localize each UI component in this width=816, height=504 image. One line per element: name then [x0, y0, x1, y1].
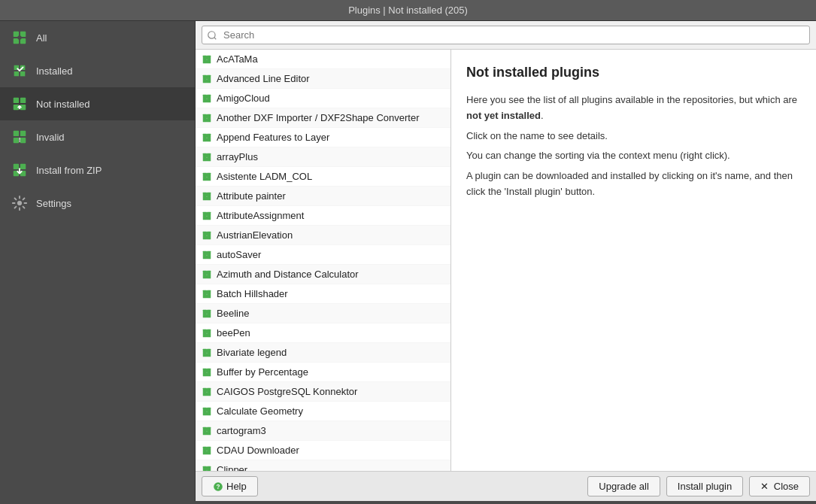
svg-rect-84: [207, 368, 211, 372]
plugin-icon: [202, 54, 212, 65]
bottom-bar-left: ? Help: [202, 476, 258, 496]
upgrade-all-button[interactable]: Upgrade all: [587, 476, 660, 496]
svg-rect-88: [207, 387, 211, 391]
svg-rect-54: [207, 216, 211, 220]
list-item[interactable]: Advanced Line Editor: [196, 69, 450, 89]
list-item[interactable]: Append Features to Layer: [196, 128, 450, 147]
svg-rect-32: [207, 114, 211, 117]
close-icon-x: ✕: [760, 481, 769, 492]
bottom-bar: ? Help Upgrade all Install plugin ✕ Clos…: [196, 471, 816, 501]
list-item[interactable]: Buffer by Percentage: [196, 363, 450, 382]
plugin-name: AmigoCloud: [217, 93, 270, 104]
plugin-icon: [202, 426, 212, 436]
svg-rect-93: [203, 411, 207, 415]
sidebar-item-invalid[interactable]: ! Invalid: [0, 120, 195, 153]
sidebar-item-installed[interactable]: Installed: [0, 54, 195, 87]
help-button[interactable]: ? Help: [202, 476, 258, 496]
svg-rect-2: [14, 38, 19, 44]
plugin-icon: [202, 387, 212, 397]
list-item[interactable]: Attribute painter: [196, 187, 450, 206]
list-item[interactable]: Another DXF Importer / DXF2Shape Convert…: [196, 108, 450, 128]
svg-rect-61: [203, 255, 207, 259]
plugin-icon: [202, 269, 212, 280]
svg-rect-12: [20, 138, 26, 143]
search-input[interactable]: [202, 26, 810, 44]
plugin-name: Clipper: [217, 464, 247, 471]
list-item[interactable]: Beeline: [196, 304, 450, 323]
sidebar-item-all[interactable]: All: [0, 21, 195, 54]
plugin-name: beePen: [217, 327, 250, 339]
svg-rect-51: [203, 211, 207, 215]
sidebar-item-settings[interactable]: Settings: [0, 187, 195, 220]
svg-rect-64: [207, 270, 211, 274]
detail-text: Here you see the list of all plugins ava…: [466, 93, 801, 200]
svg-rect-58: [207, 235, 211, 239]
plugin-icon: [202, 113, 212, 123]
list-item[interactable]: Asistente LADM_COL: [196, 167, 450, 187]
plugin-name: Append Features to Layer: [217, 132, 329, 143]
svg-rect-80: [207, 348, 211, 352]
plugin-name: CAIGOS PostgreSQL Konnektor: [217, 386, 357, 397]
svg-rect-56: [207, 231, 211, 235]
svg-rect-29: [203, 99, 207, 102]
plugin-name: AcATaMa: [217, 53, 258, 65]
list-item[interactable]: Calculate Geometry: [196, 402, 450, 421]
upgrade-all-label: Upgrade all: [599, 481, 649, 492]
bottom-bar-right: Upgrade all Install plugin ✕ Close: [587, 476, 810, 496]
list-item[interactable]: cartogram3: [196, 421, 450, 441]
list-item[interactable]: CAIGOS PostgreSQL Konnektor: [196, 382, 450, 402]
list-item[interactable]: AmigoCloud: [196, 89, 450, 108]
detail-paragraph: Here you see the list of all plugins ava…: [466, 93, 801, 124]
plugin-icon: [202, 152, 212, 162]
svg-rect-42: [207, 157, 211, 161]
list-item[interactable]: Azimuth and Distance Calculator: [196, 265, 450, 284]
list-item[interactable]: CDAU Downloader: [196, 441, 450, 460]
svg-rect-62: [207, 255, 211, 259]
plugin-name: Buffer by Percentage: [217, 366, 308, 378]
svg-rect-37: [203, 138, 207, 141]
plugin-icon: [202, 132, 212, 143]
plugin-icon: [202, 211, 212, 221]
svg-rect-27: [203, 94, 207, 98]
sidebar-not-installed-label: Not installed: [36, 99, 90, 110]
search-bar: [196, 21, 816, 50]
svg-rect-53: [203, 216, 207, 220]
settings-icon: [11, 194, 29, 212]
plugin-name: arrayPlus: [217, 151, 258, 162]
list-item[interactable]: arrayPlus: [196, 147, 450, 167]
sidebar-item-install-from-zip[interactable]: Install from ZIP: [0, 153, 195, 187]
list-item[interactable]: Bivariate legend: [196, 343, 450, 363]
list-item[interactable]: AcATaMa: [196, 50, 450, 69]
close-button[interactable]: ✕ Close: [749, 476, 810, 496]
sidebar-all-label: All: [36, 32, 47, 44]
all-icon: [11, 29, 29, 47]
install-plugin-button[interactable]: Install plugin: [666, 476, 743, 496]
svg-rect-59: [203, 250, 207, 254]
svg-rect-25: [203, 79, 207, 83]
svg-rect-0: [14, 32, 19, 37]
svg-rect-92: [207, 407, 211, 411]
svg-rect-97: [203, 431, 207, 435]
sidebar-item-not-installed[interactable]: Not installed: [0, 87, 195, 120]
help-icon: ?: [213, 481, 223, 492]
svg-point-4: [17, 35, 22, 40]
list-item[interactable]: AustrianElevation: [196, 226, 450, 245]
plugin-name: Attribute painter: [217, 190, 286, 202]
list-item[interactable]: Clipper: [196, 460, 450, 471]
svg-rect-31: [203, 114, 207, 117]
not-installed-icon: [11, 95, 29, 113]
plugin-icon: [202, 74, 212, 84]
plugin-name: Azimuth and Distance Calculator: [217, 269, 359, 280]
svg-rect-3: [20, 38, 26, 44]
svg-rect-74: [207, 314, 211, 317]
svg-rect-40: [207, 153, 211, 156]
detail-paragraph: Click on the name to see details.: [466, 129, 801, 144]
list-item[interactable]: Batch Hillshader: [196, 284, 450, 304]
svg-rect-71: [203, 309, 207, 313]
list-item[interactable]: beePen: [196, 323, 450, 343]
plugin-name: CDAU Downloader: [217, 445, 299, 456]
svg-rect-47: [203, 192, 207, 196]
list-item[interactable]: AttributeAssignment: [196, 206, 450, 226]
svg-rect-23: [203, 74, 207, 78]
list-item[interactable]: autoSaver: [196, 245, 450, 265]
